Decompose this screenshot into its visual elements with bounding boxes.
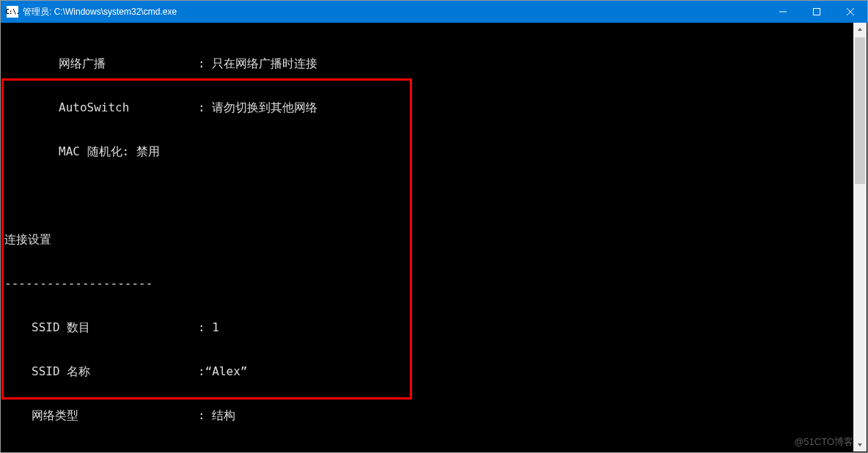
minimize-button[interactable] bbox=[766, 1, 800, 23]
output-line: MAC 随机化: 禁用 bbox=[59, 144, 850, 159]
output-line: 网络广播: 只在网络广播时连接 bbox=[59, 56, 850, 71]
scroll-up-button[interactable] bbox=[853, 23, 867, 36]
cmd-icon: C:\. bbox=[7, 6, 18, 18]
vertical-scrollbar[interactable] bbox=[853, 23, 867, 452]
cmd-window: C:\. 管理员: C:\Windows\system32\cmd.exe 网络… bbox=[0, 0, 868, 453]
output-line: SSID 数目: 1 bbox=[32, 320, 850, 335]
titlebar[interactable]: C:\. 管理员: C:\Windows\system32\cmd.exe bbox=[1, 1, 867, 23]
output-line: AutoSwitch: 请勿切换到其他网络 bbox=[59, 100, 850, 115]
terminal-output[interactable]: 网络广播: 只在网络广播时连接 AutoSwitch: 请勿切换到其他网络 MA… bbox=[1, 23, 853, 452]
close-button[interactable] bbox=[834, 1, 867, 23]
maximize-button[interactable] bbox=[800, 1, 834, 23]
svg-rect-0 bbox=[779, 12, 787, 12]
scroll-thumb[interactable] bbox=[855, 37, 865, 184]
section-header-connection: 连接设置 bbox=[4, 232, 850, 247]
blank-line bbox=[4, 188, 850, 203]
dashes: --------------------- bbox=[4, 276, 850, 291]
svg-rect-1 bbox=[814, 9, 820, 15]
output-line: SSID 名称:“Alex” bbox=[32, 364, 850, 379]
scroll-down-button[interactable] bbox=[853, 438, 867, 452]
output-line: 网络类型: 结构 bbox=[32, 408, 850, 423]
window-title: 管理员: C:\Windows\system32\cmd.exe bbox=[23, 6, 177, 18]
